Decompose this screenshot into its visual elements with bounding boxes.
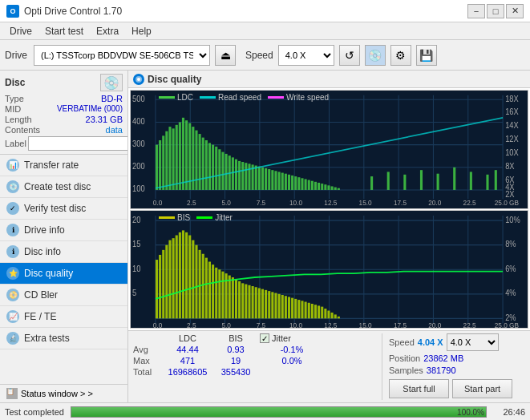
ldc-chart-svg: 500 400 300 200 100 [131,91,528,208]
svg-text:15: 15 [132,239,141,248]
svg-text:0.0: 0.0 [153,321,162,328]
speed-combo[interactable]: 4.0 X [447,333,499,351]
close-button[interactable]: ✕ [506,4,524,18]
svg-text:10%: 10% [505,214,520,224]
svg-rect-159 [248,285,250,318]
bis-chart-svg: 20 15 10 5 [131,211,528,329]
svg-rect-72 [314,182,317,190]
svg-rect-165 [268,291,270,318]
avg-label: Avg [133,345,164,354]
svg-rect-88 [495,170,497,190]
nav-transfer-rate[interactable]: 📊 Transfer rate [0,155,127,176]
start-full-button[interactable]: Start full [389,379,449,398]
menu-help[interactable]: Help [125,24,158,38]
nav-cd-bler[interactable]: 📀 CD Bler [0,285,127,306]
svg-rect-64 [288,175,290,190]
svg-rect-156 [238,281,241,317]
label-input[interactable] [28,136,128,151]
svg-rect-39 [205,140,208,190]
nav-drive-info[interactable]: ℹ Drive info [0,220,127,241]
svg-text:20.0: 20.0 [428,199,441,207]
ldc-legend-label: LDC [177,93,193,102]
stats-left: LDC BIS ✓ Jitter Avg 44.44 0.93 -0.1% [133,333,375,377]
verify-test-disc-icon: ✓ [6,202,19,215]
svg-text:0.0: 0.0 [153,199,163,207]
drive-select[interactable]: (L:) TSSTcorp BDDVDW SE-506CB TS02 [34,45,210,66]
svg-rect-71 [311,181,314,190]
svg-rect-40 [208,143,211,190]
ldc-chart: LDC Read speed Write speed 500 [130,90,528,209]
jitter-checkbox[interactable]: ✓ [260,333,269,343]
disc-quality-icon-header [133,74,144,85]
svg-rect-44 [221,152,224,190]
maximize-button[interactable]: □ [487,4,504,18]
svg-text:7.5: 7.5 [257,199,266,207]
refresh-button[interactable]: ↺ [339,45,360,66]
read-speed-legend-dot [200,96,216,99]
disc-quality-title: Disc quality [148,74,201,85]
ldc-header: LDC [164,333,212,343]
disc-type-val: BD-R [101,94,123,103]
svg-text:100: 100 [132,184,145,193]
svg-text:25.0 GB: 25.0 GB [495,199,519,207]
nav-verify-test-disc[interactable]: ✓ Verify test disc [0,198,127,220]
svg-text:2.5: 2.5 [187,199,196,207]
svg-rect-82 [403,175,406,190]
svg-text:5.0: 5.0 [221,321,230,328]
app-title: Opti Drive Control 1.70 [24,6,122,17]
settings-button[interactable]: ⚙ [390,45,411,66]
speed-select[interactable]: 4.0 X 1.0 X 2.0 X 8.0 X [278,45,334,66]
svg-rect-67 [297,177,300,190]
avg-row: Avg 44.44 0.93 -0.1% [133,345,375,354]
svg-rect-77 [331,186,334,190]
svg-rect-139 [182,230,184,318]
start-part-button[interactable]: Start part [452,379,512,398]
progress-bar-fill [71,407,486,417]
svg-text:12.5: 12.5 [324,199,337,207]
svg-rect-86 [470,172,472,190]
svg-rect-60 [274,171,277,190]
svg-rect-144 [199,249,201,317]
nav-create-test-disc[interactable]: 💿 Create test disc [0,176,127,198]
svg-rect-68 [301,178,303,190]
svg-rect-146 [205,257,208,318]
menu-extra[interactable]: Extra [90,24,125,38]
svg-rect-76 [327,185,330,190]
svg-text:8X: 8X [505,162,515,171]
eject-button[interactable]: ⏏ [215,45,236,66]
svg-text:18X: 18X [505,94,519,103]
svg-rect-167 [274,293,277,318]
write-speed-legend-item: Write speed [268,93,329,102]
svg-rect-34 [188,123,191,190]
nav-items: 📊 Transfer rate 💿 Create test disc ✓ Ver… [0,155,127,384]
save-button[interactable]: 💾 [416,45,437,66]
total-row: Total 16968605 355430 [133,367,375,377]
ldc-legend-item: LDC [159,93,193,102]
charts-area: LDC Read speed Write speed 500 [128,88,530,330]
svg-rect-131 [156,260,158,318]
disc-header: Disc 💿 [5,74,123,91]
bis-header: BIS [212,333,260,343]
svg-rect-79 [338,188,340,190]
menu-start-test[interactable]: Start test [38,24,90,38]
svg-rect-171 [288,297,290,318]
menu-drive[interactable]: Drive [3,24,38,38]
svg-text:10.0: 10.0 [289,321,302,328]
nav-disc-quality[interactable]: ⭐ Disc quality [0,263,127,285]
minimize-button[interactable]: − [467,4,485,18]
svg-rect-163 [261,289,264,318]
svg-rect-73 [318,183,320,190]
svg-rect-151 [221,271,224,318]
status-window-button[interactable]: 📋 Status window > > [0,385,127,402]
svg-text:400: 400 [132,116,145,125]
svg-text:500: 500 [132,94,145,103]
disc-button[interactable]: 💿 [365,45,386,66]
drive-label: Drive [5,50,27,61]
nav-fe-te[interactable]: 📈 FE / TE [0,306,127,328]
nav-extra-tests[interactable]: 🔬 Extra tests [0,328,127,349]
nav-disc-info[interactable]: ℹ Disc info [0,241,127,263]
stats-divider [382,333,382,400]
svg-rect-161 [255,287,257,318]
svg-rect-158 [245,284,247,318]
svg-rect-75 [324,184,326,190]
